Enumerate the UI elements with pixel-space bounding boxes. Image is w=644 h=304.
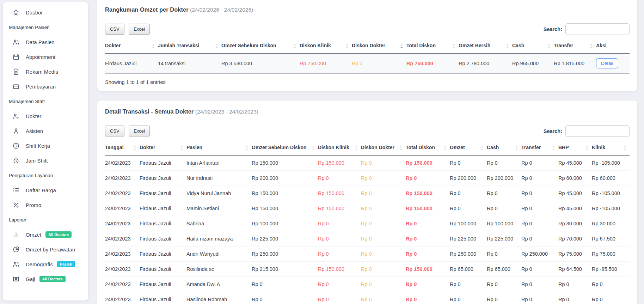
table-row: 24/02/2023 Firdaus Jazuli Sabrina Rp 100…	[105, 216, 630, 231]
column-header[interactable]: Omzet Sebelum Diskon ▲▼	[221, 39, 300, 53]
sidebar-item-data-pasien[interactable]: Data Pasien	[3, 35, 88, 49]
column-header[interactable]: Jumlah Transaksi ▲▼	[158, 39, 221, 53]
cell-transfer: Rp 1.815.000	[554, 53, 596, 73]
column-header[interactable]: Cash ▲▼	[512, 39, 554, 53]
panel-date-range: (24/02/2026 - 24/02/2026)	[190, 7, 253, 13]
cell-pasien: Mamin Setiani	[186, 201, 252, 216]
column-header[interactable]: Transfer ▲▼	[554, 39, 596, 53]
column-header[interactable]: Omzet Bersih ▲▼	[459, 39, 512, 53]
column-header[interactable]: Dokter ▲▼	[140, 141, 186, 155]
column-header[interactable]: Diskon Klinik ▲▼	[300, 39, 352, 53]
column-header[interactable]: Aksi ▲▼	[596, 39, 630, 53]
column-header[interactable]: Cash ▲▼	[487, 141, 521, 155]
watch-icon	[12, 157, 20, 164]
calendar-icon	[12, 53, 20, 61]
sort-icons: ▲▼	[215, 43, 218, 49]
cell-total-diskon: Rp 0	[406, 277, 450, 292]
cell-transfer: Rp 0	[521, 231, 558, 247]
excel-button[interactable]: Excel	[129, 126, 150, 136]
cell-transfer: Rp 0	[521, 186, 558, 201]
cell-total-diskon: Rp 0	[406, 216, 450, 231]
export-buttons: CSV Excel	[105, 24, 153, 35]
table-row: 24/02/2023 Firdaus Jazuli Rosilinda sc R…	[105, 262, 630, 277]
column-header-label: Cash	[487, 145, 499, 150]
rangkuman-omzet-panel: Rangkuman Omzet per Dokter (24/02/2026 -…	[97, 0, 637, 91]
sidebar-item-label: Daftar Harga	[26, 187, 56, 193]
csv-button[interactable]: CSV	[105, 126, 124, 136]
cell-klinik: Rp 30.000	[592, 216, 630, 231]
excel-button[interactable]: Excel	[129, 24, 150, 35]
file-text-icon	[12, 68, 20, 75]
cell-bhp: Rp 60.000	[558, 171, 592, 186]
sidebar-item-dasbor[interactable]: Dasbor	[3, 5, 88, 20]
column-header[interactable]: Dokter ▲▼	[105, 39, 158, 53]
cell-cash: Rp 0	[487, 201, 521, 216]
sort-icons: ▲▼	[624, 145, 626, 151]
column-header-label: Transfer	[521, 145, 541, 150]
search-input[interactable]	[565, 125, 630, 137]
sort-icons: ▲▼	[506, 43, 509, 49]
sort-icons: ▲▼	[515, 145, 518, 151]
column-header[interactable]: Omzet ▲▼	[450, 141, 487, 155]
column-header[interactable]: Omzet Sebelum Diskon ▲▼	[252, 141, 318, 155]
column-header[interactable]: Transfer ▲▼	[521, 141, 558, 155]
sidebar-item-asisten[interactable]: Asisten	[3, 123, 88, 138]
sidebar-item-gaji[interactable]: Gaji All Doctors	[3, 272, 88, 286]
column-header[interactable]: Total Diskon ▲▼	[406, 141, 450, 155]
column-header[interactable]: Pasien ▲▼	[186, 141, 252, 155]
column-header[interactable]: Tanggal ▲▼	[105, 141, 140, 155]
sidebar-item-daftar-harga[interactable]: Daftar Harga	[3, 183, 88, 197]
cell-omzet: Rp 0	[450, 155, 487, 171]
cell-klinik: Rp 0	[592, 277, 630, 292]
cell-dokter: Firdaus Jazuli	[140, 171, 186, 186]
cell-dokter: Firdaus Jazuli	[140, 277, 186, 292]
csv-button[interactable]: CSV	[105, 24, 124, 35]
cell-klinik: Rp 60.000	[592, 171, 630, 186]
table-row: 24/02/2023 Firdaus Jazuli Amanda Dwi A R…	[105, 277, 630, 292]
cell-diskon-dokter: Rp 0	[361, 171, 406, 186]
cell-bhp: Rp 75.000	[558, 247, 592, 262]
sidebar-item-pembayaran[interactable]: Pembayaran	[3, 79, 88, 94]
cell-dokter: Firdaus Jazuli	[105, 53, 158, 73]
column-header-label: Klinik	[592, 145, 605, 150]
sidebar-item-omzet-by-perawatan[interactable]: Omzet by Perawatan	[3, 242, 88, 257]
column-header[interactable]: BHP ▲▼	[558, 141, 592, 155]
column-header[interactable]: Klinik ▲▼	[592, 141, 630, 155]
sidebar-item-rekam-medis[interactable]: Rekam Medis	[3, 64, 88, 79]
cell-omzet-sebelum-diskon: Rp 0	[252, 292, 318, 304]
search-input[interactable]	[565, 23, 630, 35]
sidebar-section-pengaturan-layanan: Pengaturan Layanan	[3, 168, 88, 183]
column-header[interactable]: Diskon Dokter ▲▼	[352, 39, 406, 53]
cell-bhp: Rp 64.500	[558, 262, 592, 277]
column-header[interactable]: Total Diskon ▲▼	[406, 39, 459, 53]
sidebar-item-jam-shift[interactable]: Jam Shift	[3, 153, 88, 168]
cell-pasien: Andri Wahyudi	[186, 247, 252, 262]
cell-omzet-sebelum-diskon: Rp 100.000	[252, 216, 318, 231]
sidebar-item-appointment[interactable]: Appointment	[3, 49, 88, 64]
cell-bhp: Rp 45.000	[558, 155, 592, 171]
cell-diskon-klinik: Rp 0	[318, 247, 361, 262]
cell-klinik: Rp -105.000	[592, 186, 630, 201]
cell-transfer: Rp 0	[521, 171, 558, 186]
column-header[interactable]: Diskon Klinik ▲▼	[318, 141, 361, 155]
search-label: Search:	[544, 128, 562, 134]
pasien-badge: Pasien	[57, 261, 75, 267]
cell-klinik: Rp -105.000	[592, 201, 630, 216]
column-header-label: Cash	[512, 43, 524, 48]
table-row: 24/02/2023 Firdaus Jazuli Mamin Setiani …	[105, 201, 630, 216]
column-header-label: Total Diskon	[406, 145, 435, 150]
cell-diskon-dokter: Rp 0	[361, 262, 406, 277]
sidebar: Dasbor Manajemen Pasien Data Pasien Appo…	[3, 2, 88, 300]
cell-cash: Rp 0	[487, 292, 521, 304]
column-header-label: Dokter	[105, 43, 121, 48]
cell-omzet-sebelum-diskon: Rp 215.000	[252, 262, 318, 277]
cell-diskon-klinik: Rp 0	[318, 277, 361, 292]
sidebar-item-shift-kerja[interactable]: Shift Kerja	[3, 138, 88, 153]
sidebar-item-dokter[interactable]: Dokter	[3, 109, 88, 123]
column-header[interactable]: Diskon Dokter ▲▼	[361, 141, 406, 155]
sidebar-item-demografis[interactable]: Demografis Pasien	[3, 257, 88, 272]
sidebar-item-omzet[interactable]: Omzet All Doctors	[3, 227, 88, 242]
detail-button[interactable]: Detail	[596, 58, 618, 68]
cell-diskon-dokter: Rp 0	[352, 53, 406, 73]
sidebar-item-promo[interactable]: Promo	[3, 197, 88, 212]
